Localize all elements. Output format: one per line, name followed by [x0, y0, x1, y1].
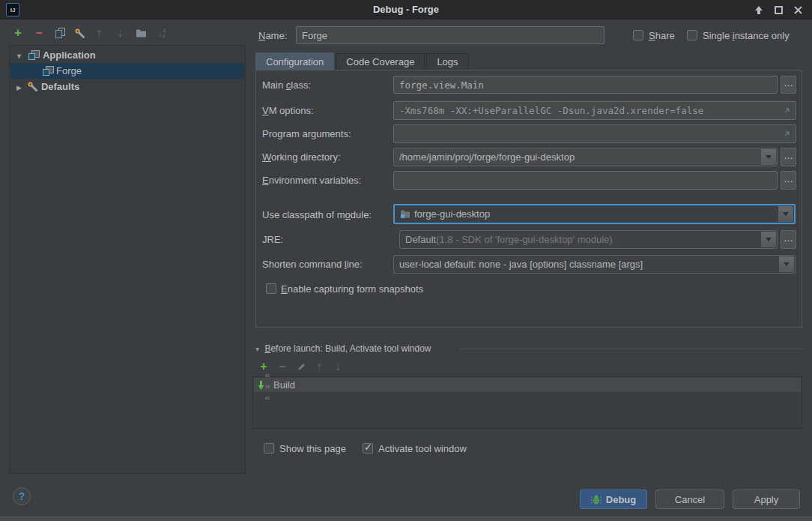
- hide-arrow-icon: [754, 6, 763, 14]
- single-instance-checkbox[interactable]: [687, 30, 697, 40]
- tree-item-label: Defaults: [41, 81, 79, 92]
- tab-logs[interactable]: Logs: [426, 53, 468, 70]
- environment-variables-label: Environment variables:: [262, 175, 361, 186]
- environment-variables-input[interactable]: [393, 171, 778, 190]
- cancel-button[interactable]: Cancel: [655, 490, 724, 509]
- tab-configuration[interactable]: Configuration: [255, 52, 334, 70]
- bug-icon: [591, 495, 602, 505]
- wrench-icon: [27, 81, 38, 92]
- copy-config-icon[interactable]: [52, 25, 67, 40]
- collapse-chevron-icon[interactable]: [255, 343, 259, 354]
- classpath-module-combobox[interactable]: forge-gui-desktop: [393, 204, 796, 224]
- remove-config-icon[interactable]: [31, 25, 46, 40]
- tree-item-label: Forge: [56, 65, 82, 76]
- chevron-down-icon[interactable]: [16, 49, 22, 61]
- program-arguments-input[interactable]: [393, 124, 796, 143]
- name-label: Name:: [258, 30, 287, 41]
- main-class-browse-button[interactable]: [781, 76, 796, 94]
- move-task-down-icon[interactable]: [330, 359, 345, 374]
- main-class-label: Main class:: [262, 79, 311, 91]
- working-directory-browse-button[interactable]: [781, 148, 796, 166]
- sort-alphabetically-icon[interactable]: az: [154, 25, 169, 40]
- shorten-command-line-label: Shorten command line:: [262, 259, 363, 270]
- debug-button[interactable]: Debug: [580, 490, 647, 509]
- close-icon: [794, 6, 802, 14]
- remove-task-icon[interactable]: [275, 359, 290, 374]
- compile-icon: [258, 368, 270, 402]
- application-icon: [28, 50, 40, 61]
- tree-item-defaults[interactable]: Defaults: [10, 79, 244, 94]
- tab-code-coverage[interactable]: Code Coverage: [336, 53, 425, 70]
- tree-item-forge[interactable]: Forge: [10, 63, 244, 79]
- move-up-icon[interactable]: [91, 25, 106, 40]
- activate-tool-window-checkbox[interactable]: [363, 443, 373, 454]
- dropdown-arrow-icon[interactable]: [778, 206, 793, 222]
- window-hide-button[interactable]: [752, 4, 766, 16]
- window-title: Debug - Forge: [0, 0, 812, 19]
- add-config-icon[interactable]: [10, 25, 25, 40]
- jre-combobox[interactable]: Default (1.8 - SDK of 'forge-gui-desktop…: [399, 230, 778, 249]
- name-input[interactable]: [296, 26, 605, 44]
- config-tree: Application Forge Defaults: [9, 45, 246, 474]
- vm-options-label: VM options:: [262, 105, 314, 116]
- new-folder-icon[interactable]: [133, 25, 148, 40]
- share-checkbox[interactable]: [633, 30, 643, 40]
- program-arguments-label: Program arguments:: [262, 128, 351, 139]
- jre-label: JRE:: [262, 234, 283, 245]
- titlebar: IJ Debug - Forge: [0, 0, 812, 19]
- expand-field-icon[interactable]: [782, 130, 791, 141]
- before-launch-separator: [460, 349, 802, 349]
- before-launch-list: Build: [252, 376, 802, 429]
- activate-tool-window-label[interactable]: Activate tool window: [378, 443, 467, 454]
- form-snapshots-label[interactable]: Enable capturing form snapshots: [281, 283, 423, 295]
- jre-browse-button[interactable]: [781, 230, 796, 249]
- working-directory-label: Working directory:: [262, 151, 341, 163]
- tab-bar: Configuration Code Coverage Logs: [255, 52, 470, 70]
- help-button[interactable]: ?: [13, 487, 31, 505]
- vm-options-input[interactable]: -Xms768m -XX:+UseParallelGC -Dsun.java2d…: [393, 101, 796, 120]
- maximize-icon: [775, 6, 783, 14]
- show-this-page-label[interactable]: Show this page: [279, 443, 346, 454]
- dropdown-arrow-icon[interactable]: [779, 256, 794, 272]
- apply-button[interactable]: Apply: [733, 490, 800, 509]
- dropdown-arrow-icon[interactable]: [761, 232, 776, 247]
- edit-task-pencil-icon[interactable]: [294, 359, 309, 374]
- chevron-right-icon[interactable]: [16, 81, 22, 92]
- window-bottom-edge: [0, 517, 812, 521]
- form-snapshots-checkbox[interactable]: [266, 283, 276, 294]
- classpath-module-label: Use classpath of module:: [262, 209, 372, 220]
- working-directory-combobox[interactable]: /home/jamin/proj/forge/forge-gui-desktop: [393, 148, 778, 166]
- shorten-command-line-combobox[interactable]: user-local default: none - java [options…: [393, 255, 796, 274]
- share-label[interactable]: Share: [649, 30, 675, 41]
- before-launch-header[interactable]: Before launch: Build, Activate tool wind…: [255, 343, 431, 354]
- move-down-icon[interactable]: [112, 25, 127, 40]
- application-icon: [43, 66, 54, 76]
- environment-variables-browse-button[interactable]: [781, 171, 796, 190]
- module-icon: [400, 209, 410, 219]
- tree-item-label: Application: [43, 49, 96, 61]
- dropdown-arrow-icon[interactable]: [761, 149, 776, 165]
- window-close-button[interactable]: [791, 4, 805, 16]
- edit-defaults-wrench-icon[interactable]: [72, 25, 87, 40]
- show-this-page-checkbox[interactable]: [264, 443, 274, 454]
- main-class-input[interactable]: forge.view.Main: [393, 76, 778, 94]
- single-instance-label[interactable]: Single instance only: [703, 30, 790, 41]
- task-row-build[interactable]: Build: [254, 378, 801, 392]
- window-maximize-button[interactable]: [772, 4, 785, 16]
- task-label: Build: [273, 379, 295, 391]
- move-task-up-icon[interactable]: [312, 359, 327, 374]
- expand-field-icon[interactable]: [782, 106, 791, 118]
- tree-item-application[interactable]: Application: [10, 47, 244, 63]
